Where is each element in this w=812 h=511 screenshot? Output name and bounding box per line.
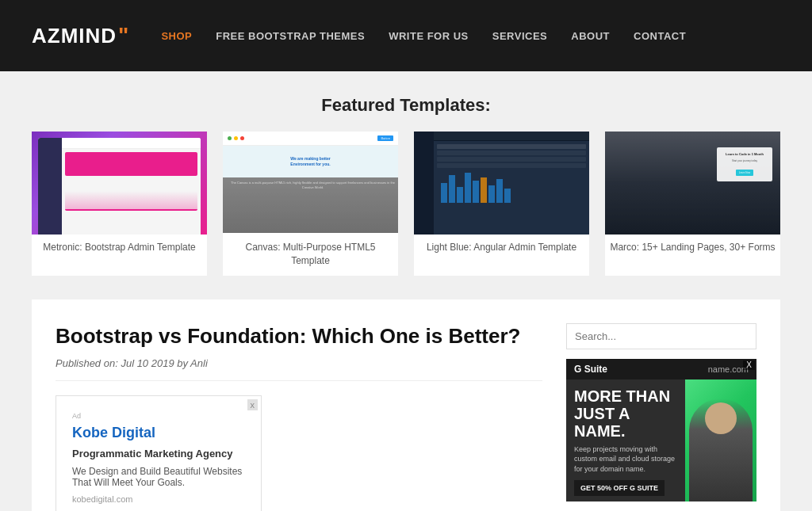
thumb-marco-card: Learn to Code in 1 Month Start your jour… bbox=[717, 147, 772, 181]
thumb-lb-bar9 bbox=[504, 189, 511, 203]
sidebar-ad-text-area: MORE THAN JUST A NAME. Keep projects mov… bbox=[566, 379, 685, 501]
thumb-canvas-dot bbox=[228, 136, 232, 140]
thumb-canvas-hero: We are making betterEnvironment for you. bbox=[223, 146, 398, 177]
thumb-lb-bar4 bbox=[465, 173, 471, 203]
thumb-marco-card-desc: Start your journey today bbox=[722, 159, 768, 162]
thumb-marco-card-title: Learn to Code in 1 Month bbox=[722, 152, 768, 157]
thumb-lb-bar1 bbox=[441, 183, 447, 203]
article-meta: Published on: Jul 10 2019 by Anli bbox=[56, 357, 542, 381]
nav-contact[interactable]: CONTACT bbox=[634, 30, 686, 42]
thumb-chart bbox=[65, 179, 197, 211]
article-title: Bootstrap vs Foundation: Which One is Be… bbox=[56, 323, 542, 350]
sidebar-ad-close[interactable]: X bbox=[743, 360, 755, 370]
thumb-content bbox=[62, 138, 201, 235]
thumb-canvas-dot2 bbox=[234, 136, 238, 140]
thumb-lightblue bbox=[414, 132, 589, 235]
sidebar-ad-topbar: G Suite name.com bbox=[566, 359, 756, 379]
logo-text: AZMIND bbox=[32, 24, 117, 48]
ad-desc: We Design and Build Beautiful Websites T… bbox=[72, 466, 245, 488]
thumb-lb-bar7 bbox=[488, 185, 495, 203]
search-box bbox=[566, 323, 756, 349]
ad-company-title[interactable]: Kobe Digital bbox=[72, 425, 245, 441]
sidebar-ad-person-head bbox=[705, 402, 737, 434]
main-content: Featured Templates: Metronic: Bootstrap … bbox=[0, 71, 812, 511]
main-nav: SHOP FREE BOOTSTRAP THEMES WRITE FOR US … bbox=[161, 30, 686, 42]
thumb-canvas-btn: Button bbox=[377, 135, 393, 141]
ad-close-button[interactable]: x bbox=[247, 399, 259, 410]
thumb-lb-topbar bbox=[434, 132, 589, 141]
thumb-topbar bbox=[62, 138, 201, 149]
nav-write-for-us[interactable]: WRITE FOR US bbox=[389, 30, 469, 42]
template-card-metronic[interactable]: Metronic: Bootstrap Admin Template bbox=[32, 132, 207, 276]
thumb-card bbox=[65, 152, 197, 176]
logo-quote: " bbox=[118, 23, 129, 48]
sidebar-ad-partner: name.com bbox=[708, 364, 749, 374]
template-card-lightblue[interactable]: Light Blue: Angular Admin Template bbox=[414, 132, 589, 276]
thumb-metronic bbox=[32, 132, 207, 235]
template-label-canvas: Canvas: Multi-Purpose HTML5 Template bbox=[223, 235, 398, 276]
thumb-canvas-hero-title: We are making betterEnvironment for you. bbox=[229, 156, 392, 167]
thumb-lb-content bbox=[434, 132, 589, 235]
nav-free-bootstrap[interactable]: FREE BOOTSTRAP THEMES bbox=[216, 30, 365, 42]
nav-about[interactable]: ABOUT bbox=[571, 30, 610, 42]
article-main: Bootstrap vs Foundation: Which One is Be… bbox=[56, 323, 542, 511]
sidebar-ad-image bbox=[685, 379, 756, 501]
article-by: by bbox=[177, 357, 190, 369]
template-card-canvas[interactable]: Button We are making betterEnvironment f… bbox=[223, 132, 398, 276]
article-section: Bootstrap vs Foundation: Which One is Be… bbox=[32, 299, 780, 511]
sidebar-ad: X G Suite name.com MORE THAN JUST A NAME… bbox=[566, 359, 756, 501]
sidebar-ad-inner: G Suite name.com MORE THAN JUST A NAME. … bbox=[566, 359, 756, 501]
thumb-lb-bar8 bbox=[496, 179, 503, 203]
nav-services[interactable]: SERVICES bbox=[492, 30, 548, 42]
featured-section: Featured Templates: Metronic: Bootstrap … bbox=[32, 95, 780, 276]
thumb-canvas-dot3 bbox=[240, 136, 244, 140]
sidebar-ad-content: MORE THAN JUST A NAME. Keep projects mov… bbox=[566, 379, 756, 501]
thumb-lb-chart bbox=[437, 171, 586, 203]
thumb-lb-row2 bbox=[437, 157, 586, 162]
article-sidebar: X G Suite name.com MORE THAN JUST A NAME… bbox=[566, 323, 756, 511]
template-label-lightblue: Light Blue: Angular Admin Template bbox=[414, 235, 589, 262]
ad-url: kobedigital.com bbox=[72, 494, 245, 504]
thumb-canvas-img: The Canvas is a multi-purpose HTML5 rich… bbox=[223, 177, 398, 233]
sidebar-ad-person bbox=[689, 399, 753, 501]
sidebar-ad-headline: MORE THAN JUST A NAME. bbox=[574, 387, 677, 440]
thumb-canvas: Button We are making betterEnvironment f… bbox=[223, 132, 398, 235]
template-label-marco: Marco: 15+ Landing Pages, 30+ Forms bbox=[605, 235, 780, 262]
thumb-lb-bar2 bbox=[449, 175, 455, 203]
thumb-lb-row1 bbox=[437, 151, 586, 155]
thumb-lb-row3 bbox=[437, 163, 586, 168]
article-meta-prefix: Published on: bbox=[56, 357, 121, 369]
templates-grid: Metronic: Bootstrap Admin Template Butto… bbox=[32, 132, 780, 276]
sidebar-ad-desc: Keep projects moving with custom email a… bbox=[574, 444, 677, 475]
thumb-canvas-header: Button bbox=[223, 132, 398, 146]
thumb-lb-bar6 bbox=[481, 177, 487, 203]
thumb-canvas-text: The Canvas is a multi-purpose HTML5 rich… bbox=[228, 181, 398, 190]
thumb-lb-bar5 bbox=[473, 181, 479, 203]
inline-ad: x Ad Kobe Digital Programmatic Marketing… bbox=[56, 395, 262, 511]
template-label-metronic: Metronic: Bootstrap Admin Template bbox=[32, 235, 207, 262]
sidebar-ad-brand: G Suite bbox=[574, 364, 607, 375]
ad-subtitle: Programmatic Marketing Agency bbox=[72, 448, 245, 460]
search-input[interactable] bbox=[567, 324, 756, 349]
thumb-marco: Learn to Code in 1 Month Start your jour… bbox=[605, 132, 780, 235]
thumb-lb-sidebar bbox=[414, 132, 434, 235]
thumb-marco-card-btn: Learn Now bbox=[736, 170, 754, 176]
ad-label: Ad bbox=[72, 412, 245, 420]
article-layout: Bootstrap vs Foundation: Which One is Be… bbox=[56, 323, 756, 511]
thumb-lb-row-header bbox=[437, 144, 586, 149]
site-header: AZMIND " SHOP FREE BOOTSTRAP THEMES WRIT… bbox=[0, 0, 812, 71]
nav-shop[interactable]: SHOP bbox=[161, 30, 192, 42]
thumb-sidebar bbox=[38, 138, 62, 235]
thumb-metronic-inner bbox=[38, 138, 201, 235]
article-date: Jul 10 2019 bbox=[121, 357, 177, 369]
thumb-lb-bar3 bbox=[457, 187, 463, 203]
thumb-lb-table bbox=[437, 144, 586, 168]
sidebar-ad-cta[interactable]: GET 50% OFF G SUITE bbox=[574, 480, 665, 496]
logo[interactable]: AZMIND " bbox=[32, 23, 129, 48]
featured-title: Featured Templates: bbox=[32, 95, 780, 116]
article-author: Anli bbox=[190, 357, 208, 369]
template-card-marco[interactable]: Learn to Code in 1 Month Start your jour… bbox=[605, 132, 780, 276]
